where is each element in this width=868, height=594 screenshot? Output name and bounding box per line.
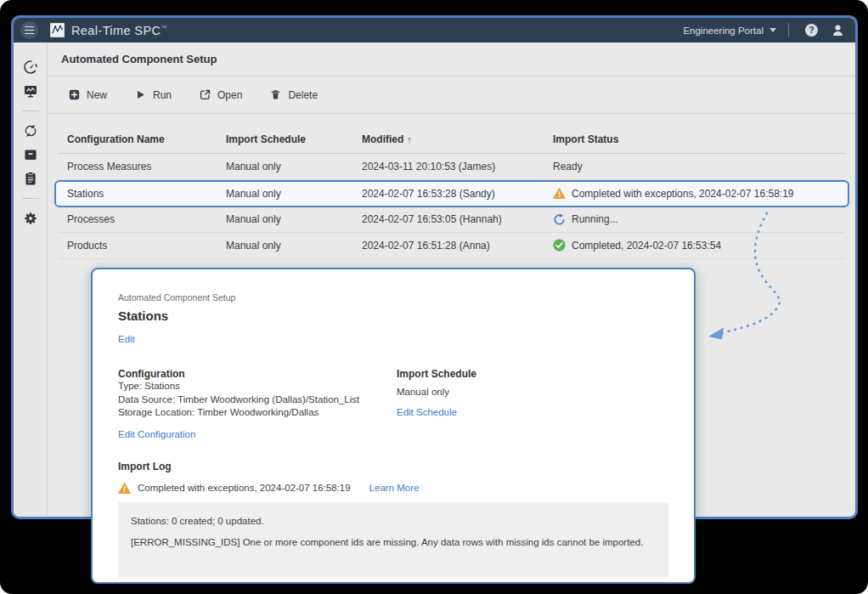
run-button-label: Run: [153, 89, 172, 101]
panel-title: Stations: [118, 308, 668, 323]
clipboard-icon[interactable]: [23, 171, 38, 186]
app-header: Real-Time SPC™ Engineering Portal ?: [14, 18, 855, 42]
edit-link[interactable]: Edit: [118, 334, 135, 344]
table-row[interactable]: ProcessesManual only2024-02-07 16:53:05 …: [59, 207, 845, 234]
new-button-label: New: [87, 89, 107, 101]
import-schedule-cell: Manual only: [217, 161, 353, 173]
import-status-cell: Ready: [544, 161, 845, 173]
config-name-cell: Stations: [59, 188, 217, 200]
chevron-down-icon: [769, 28, 776, 32]
table-row[interactable]: Process MeasuresManual only2024-03-11 20…: [59, 154, 845, 180]
import-log-heading: Import Log: [118, 461, 668, 472]
gear-icon[interactable]: [23, 211, 38, 226]
portal-selector[interactable]: Engineering Portal: [683, 25, 776, 36]
table-row[interactable]: StationsManual only2024-02-07 16:53:28 (…: [54, 180, 849, 207]
refresh-icon: [553, 213, 566, 226]
brand-logo-icon: [49, 22, 65, 38]
toolbar: New Run Open: [48, 76, 855, 114]
table-body: Process MeasuresManual only2024-03-11 20…: [59, 154, 845, 259]
open-button-label: Open: [217, 89, 242, 101]
gauge-icon[interactable]: [23, 59, 38, 75]
col-import-schedule[interactable]: Import Schedule: [217, 133, 353, 145]
import-log-status-text: Completed with exceptions, 2024-02-07 16…: [138, 483, 351, 493]
configuration-type: Type: Stations: [118, 380, 397, 393]
edit-schedule-link[interactable]: Edit Schedule: [397, 407, 457, 417]
import-schedule-cell: Manual only: [217, 213, 353, 225]
import-log-status: Completed with exceptions, 2024-02-07 16…: [118, 482, 668, 495]
import-schedule-value: Manual only: [397, 386, 476, 399]
user-icon[interactable]: [831, 23, 845, 37]
open-external-icon: [200, 89, 211, 100]
archive-box-icon[interactable]: [23, 147, 38, 162]
check-circle-icon: [553, 239, 566, 252]
config-table: Configuration Name Import Schedule Modif…: [59, 114, 845, 259]
import-log-box: Stations: 0 created; 0 updated. [ERROR_M…: [118, 502, 668, 578]
import-status-cell: Completed, 2024-02-07 16:53:54: [544, 239, 845, 252]
page-title: Automated Component Setup: [61, 53, 217, 65]
delete-button[interactable]: Delete: [270, 89, 318, 101]
brand-title: Real-Time SPC™: [71, 24, 167, 37]
page-title-bar: Automated Component Setup: [48, 42, 855, 76]
play-icon: [135, 89, 146, 100]
config-name-cell: Processes: [59, 213, 217, 225]
modified-cell: 2024-03-11 20:10:53 (James): [353, 161, 544, 173]
configuration-heading: Configuration: [118, 368, 397, 380]
status-text: Completed, 2024-02-07 16:53:54: [572, 240, 721, 252]
import-schedule-cell: Manual only: [217, 188, 353, 200]
plus-square-icon: [69, 89, 80, 100]
svg-text:?: ?: [809, 25, 814, 35]
delete-button-label: Delete: [288, 89, 318, 101]
sidebar: [14, 42, 48, 517]
header-divider: [788, 23, 789, 37]
col-configuration-name[interactable]: Configuration Name: [59, 133, 217, 145]
status-text: Running...: [572, 213, 618, 225]
sort-ascending-icon: ↑: [407, 134, 412, 144]
learn-more-link[interactable]: Learn More: [369, 483, 420, 493]
modified-cell: 2024-02-07 16:53:05 (Hannah): [353, 213, 544, 225]
warning-triangle-icon: [118, 482, 131, 495]
panel-breadcrumb: Automated Component Setup: [118, 292, 668, 303]
modified-cell: 2024-02-07 16:51:28 (Anna): [353, 240, 544, 252]
sync-icon[interactable]: [23, 123, 38, 139]
status-text: Completed with exceptions, 2024-02-07 16…: [572, 188, 794, 200]
config-name-cell: Products: [59, 240, 217, 252]
edit-configuration-link[interactable]: Edit Configuration: [118, 429, 195, 439]
sidebar-divider: [22, 198, 39, 199]
configuration-section: Configuration Type: Stations Data Source…: [118, 368, 397, 441]
warning-triangle-icon: [553, 187, 566, 200]
trash-icon: [270, 89, 281, 100]
trademark: ™: [161, 25, 166, 31]
import-schedule-section: Import Schedule Manual only Edit Schedul…: [397, 368, 476, 441]
monitor-chart-icon[interactable]: [23, 83, 38, 99]
import-schedule-heading: Import Schedule: [397, 368, 476, 380]
modified-cell: 2024-02-07 16:53:28 (Sandy): [353, 188, 544, 200]
portal-label: Engineering Portal: [683, 25, 764, 36]
configuration-data-source: Data Source: Timber Woodworking (Dallas)…: [118, 393, 397, 407]
menu-icon[interactable]: [20, 21, 38, 39]
configuration-storage-location: Storage Location: Timber Woodworking/Dal…: [118, 406, 397, 420]
status-text: Ready: [553, 161, 583, 173]
config-name-cell: Process Measures: [59, 161, 217, 173]
run-button[interactable]: Run: [135, 89, 172, 101]
table-row[interactable]: ProductsManual only2024-02-07 16:51:28 (…: [59, 233, 845, 259]
sidebar-divider: [22, 110, 39, 111]
col-modified[interactable]: Modified↑: [353, 133, 544, 145]
open-button[interactable]: Open: [200, 89, 242, 101]
help-icon[interactable]: ?: [804, 23, 819, 37]
screenshot-stage: Real-Time SPC™ Engineering Portal ?: [0, 0, 868, 594]
detail-panel: Automated Component Setup Stations Edit …: [91, 268, 696, 584]
table-header: Configuration Name Import Schedule Modif…: [59, 114, 845, 154]
import-schedule-cell: Manual only: [217, 240, 353, 252]
import-status-cell: Completed with exceptions, 2024-02-07 16…: [544, 187, 845, 200]
new-button[interactable]: New: [69, 89, 107, 101]
log-line: [ERROR_MISSING_IDS] One or more componen…: [131, 537, 656, 547]
import-status-cell: Running...: [544, 213, 845, 226]
log-line: Stations: 0 created; 0 updated.: [131, 516, 656, 526]
col-import-status[interactable]: Import Status: [544, 133, 845, 145]
